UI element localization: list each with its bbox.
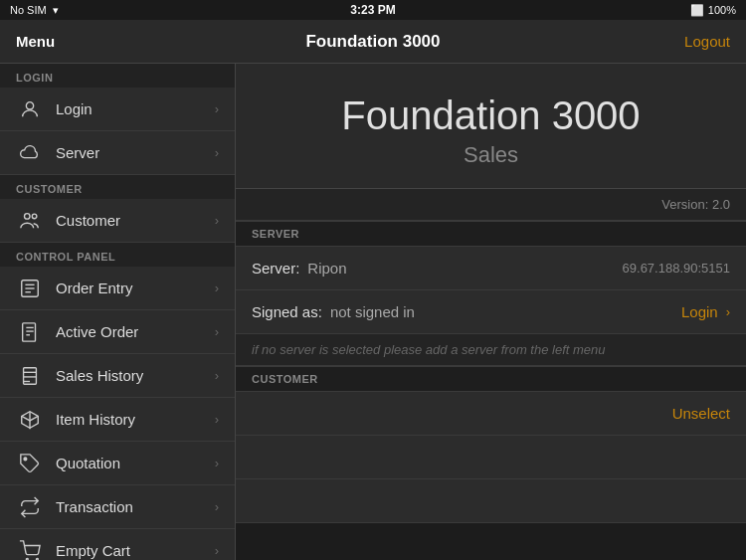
box-icon: [16, 406, 44, 434]
quotation-label: Quotation: [56, 455, 215, 471]
chevron-icon: ›: [215, 499, 219, 514]
empty-cart-label: Empty Cart: [56, 542, 215, 559]
sidebar-item-login[interactable]: Login ›: [0, 88, 235, 131]
cloud-icon: [16, 139, 44, 167]
content-area: Foundation 3000 Sales Version: 2.0 SERVE…: [236, 64, 746, 560]
server-hint: if no server is selected please add a se…: [236, 334, 746, 366]
svg-point-2: [32, 214, 37, 219]
hero-subtitle: Sales: [256, 142, 726, 168]
unselect-button[interactable]: Unselect: [672, 405, 730, 422]
customer-section-header: CUSTOMER: [236, 366, 746, 392]
server-section-header: SERVER: [236, 221, 746, 247]
server-address: 69.67.188.90:5151: [623, 261, 730, 276]
sidebar-item-server[interactable]: Server ›: [0, 131, 235, 175]
version-bar: Version: 2.0: [236, 189, 746, 221]
transfer-icon: [16, 493, 44, 521]
sidebar: LOGIN Login › Server › CUSTOMER: [0, 64, 236, 560]
time-label: 3:23 PM: [350, 3, 395, 17]
status-bar: No SIM ▾ 3:23 PM ⬜ 100%: [0, 0, 746, 20]
chevron-icon: ›: [215, 145, 219, 160]
cart-icon: [16, 537, 44, 561]
order-entry-label: Order Entry: [56, 280, 215, 296]
nav-title: Foundation 3000: [95, 32, 651, 52]
status-right: ⬜ 100%: [690, 4, 736, 17]
nav-bar: Menu Foundation 3000 Logout: [0, 20, 746, 64]
login-label: Login: [56, 100, 215, 117]
version-value: 2.0: [712, 197, 730, 212]
tag-icon: [16, 450, 44, 477]
sidebar-item-customer[interactable]: Customer ›: [0, 199, 235, 243]
chevron-icon: ›: [215, 101, 219, 116]
chevron-icon: ›: [215, 213, 219, 228]
active-order-label: Active Order: [56, 323, 215, 340]
version-label: Version:: [661, 197, 708, 212]
server-info-row: Server: Ripon 69.67.188.90:5151: [236, 247, 746, 290]
chevron-icon: ›: [726, 304, 730, 319]
svg-point-17: [26, 558, 28, 560]
signed-as-value: not signed in: [330, 303, 681, 320]
empty-row-1: [236, 436, 746, 479]
chevron-icon: ›: [215, 412, 219, 427]
sidebar-section-login: LOGIN: [0, 64, 235, 88]
customer-section: CUSTOMER Unselect: [236, 366, 746, 523]
signed-as-row: Signed as: not signed in Login ›: [236, 290, 746, 334]
chevron-icon: ›: [215, 280, 219, 295]
clipboard-icon: [16, 362, 44, 390]
sidebar-section-control-panel: CONTROL PANEL: [0, 243, 235, 267]
server-name: Ripon: [307, 260, 622, 277]
chevron-icon: ›: [215, 456, 219, 470]
sidebar-item-empty-cart[interactable]: Empty Cart ›: [0, 529, 235, 560]
nav-menu-label: Menu: [16, 33, 95, 50]
main-layout: LOGIN Login › Server › CUSTOMER: [0, 64, 746, 560]
wifi-icon: ▾: [53, 4, 59, 17]
sidebar-item-active-order[interactable]: Active Order ›: [0, 310, 235, 354]
hero-section: Foundation 3000 Sales: [236, 64, 746, 189]
chevron-icon: ›: [215, 324, 219, 339]
empty-row-2: [236, 479, 746, 523]
sidebar-item-transaction[interactable]: Transaction ›: [0, 485, 235, 529]
status-left: No SIM ▾: [10, 4, 59, 17]
svg-point-16: [24, 458, 27, 461]
group-icon: [16, 207, 44, 235]
battery-icon: ⬜: [690, 4, 704, 17]
server-label: Server:: [252, 260, 299, 277]
transaction-label: Transaction: [56, 498, 215, 515]
chevron-icon: ›: [215, 543, 219, 558]
unselect-row: Unselect: [236, 392, 746, 436]
sidebar-item-sales-history[interactable]: Sales History ›: [0, 354, 235, 398]
server-section: SERVER Server: Ripon 69.67.188.90:5151 S…: [236, 221, 746, 366]
item-history-label: Item History: [56, 411, 215, 428]
person-icon: [16, 95, 44, 123]
hero-title: Foundation 3000: [256, 93, 726, 138]
chevron-icon: ›: [215, 368, 219, 383]
logout-button[interactable]: Logout: [651, 33, 730, 50]
sidebar-item-quotation[interactable]: Quotation ›: [0, 442, 235, 485]
list-icon: [16, 275, 44, 302]
svg-point-0: [26, 101, 33, 108]
sales-history-label: Sales History: [56, 367, 215, 384]
login-link[interactable]: Login: [681, 303, 718, 320]
receipt-icon: [16, 318, 44, 346]
carrier-label: No SIM: [10, 4, 47, 16]
customer-label: Customer: [56, 212, 215, 229]
svg-point-1: [25, 213, 31, 219]
svg-rect-7: [23, 322, 36, 340]
server-label: Server: [56, 144, 215, 161]
sidebar-item-item-history[interactable]: Item History ›: [0, 398, 235, 442]
battery-label: 100%: [708, 4, 736, 16]
sidebar-section-customer: CUSTOMER: [0, 175, 235, 199]
svg-point-18: [36, 558, 38, 560]
sidebar-item-order-entry[interactable]: Order Entry ›: [0, 267, 235, 310]
signed-as-label: Signed as:: [252, 303, 322, 320]
